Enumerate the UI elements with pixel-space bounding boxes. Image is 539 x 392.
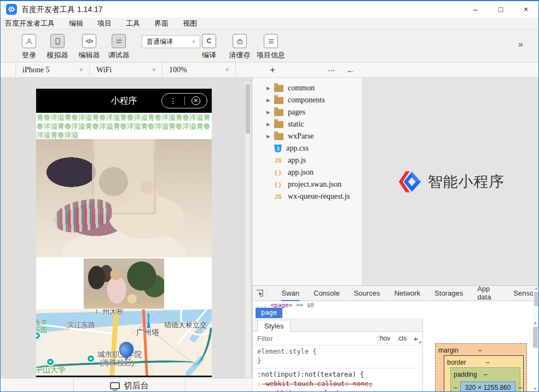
devtools-panel: Swan Console Sources Network Storages Ap…: [252, 285, 539, 392]
menu-dots-icon[interactable]: ⋮: [162, 96, 184, 105]
menu-project[interactable]: 项目: [97, 19, 119, 28]
simulator-button[interactable]: 模拟器: [41, 34, 74, 60]
tree-folder-static[interactable]: ▶ static: [252, 118, 362, 130]
css-rule-element-style[interactable]: element.style {: [257, 347, 412, 356]
add-file-button[interactable]: +: [270, 62, 275, 77]
close-circle-icon: ✕: [192, 96, 200, 105]
map-label-road: 滨江东路: [67, 320, 95, 330]
css-prop-touch-callout[interactable]: ⚠-webkit-touch-callout: none;: [257, 379, 412, 389]
more-options-icon[interactable]: ⋯: [328, 62, 335, 77]
expand-arrow-icon[interactable]: ▶: [266, 134, 274, 139]
tab-swan[interactable]: Swan: [281, 286, 299, 301]
simulator-panel: 小程序 ⋮ ✕ 青春洋溢青春洋溢青春洋溢青春洋溢青春洋溢青春洋溢青春洋溢青春洋溢…: [1, 78, 252, 378]
styles-filter-input[interactable]: [257, 335, 378, 343]
capsule-menu: ⋮ ✕: [161, 93, 207, 108]
inspect-element-button[interactable]: [253, 289, 267, 298]
expand-arrow-icon[interactable]: ▶: [266, 122, 274, 127]
monitor-icon: [110, 382, 120, 389]
tree-folder-components[interactable]: ▶ components: [252, 94, 362, 106]
menu-bar: 百度开发者工具 编辑 项目 工具 界面 视图: [1, 18, 538, 30]
menu-edit[interactable]: 编辑: [69, 19, 90, 28]
login-button[interactable]: 登录: [13, 34, 45, 60]
expand-arrow-icon[interactable]: ▶: [266, 85, 274, 91]
minimize-button[interactable]: –: [463, 1, 488, 18]
tree-file-projectswanjson[interactable]: { } project.swan.json: [252, 178, 362, 191]
zoom-select[interactable]: 100%˅: [163, 62, 236, 77]
inspect-cursor-icon: [256, 289, 264, 297]
styles-tab-bar: Styles: [253, 318, 422, 332]
new-style-rule-button[interactable]: +: [413, 334, 418, 343]
js-file-icon: JS: [273, 193, 283, 200]
tree-file-appjson[interactable]: { } app.json: [252, 166, 362, 178]
clear-cache-button[interactable]: 清缓存: [223, 34, 256, 60]
photo-christmas[interactable]: [84, 258, 164, 309]
tree-file-appcss[interactable]: 3 app.css: [252, 142, 362, 154]
switch-background-button[interactable]: 切后台: [73, 378, 185, 392]
tab-styles[interactable]: Styles: [257, 320, 291, 332]
miniprogram-header: 小程序 ⋮ ✕: [36, 89, 212, 113]
close-miniprogram-button[interactable]: ✕: [185, 96, 207, 105]
toggle-hover-state[interactable]: :hov: [378, 335, 391, 342]
collapse-panel-icon[interactable]: ←: [346, 62, 355, 77]
menu-view[interactable]: 视图: [183, 19, 204, 28]
json-file-icon: { }: [273, 181, 283, 188]
tree-file-appjs[interactable]: JS app.js: [252, 154, 362, 166]
compile-icon: C: [202, 34, 216, 48]
compile-mode-select[interactable]: 普通编译 ˅: [142, 35, 200, 48]
chevron-down-icon: ˅: [79, 67, 83, 73]
box-model-scrollbar[interactable]: ▲ ▼: [532, 320, 538, 391]
expand-arrow-icon[interactable]: ▶: [266, 109, 274, 115]
toggle-class[interactable]: .cls: [397, 335, 407, 342]
app-logo-icon: [6, 4, 17, 15]
map-label-bridge: 广州大桥: [95, 309, 124, 316]
app-window: 百度开发者工具 1.14.17 – □ × 百度开发者工具 编辑 项目 工具 界…: [0, 0, 539, 392]
photo-children[interactable]: [36, 139, 212, 257]
scrollbar-thumb[interactable]: [533, 327, 538, 348]
tree-folder-common[interactable]: ▶ common: [252, 82, 362, 94]
maximize-button[interactable]: □: [488, 1, 513, 18]
chevron-down-icon: ˅: [225, 67, 229, 73]
tree-folder-wxparse[interactable]: ▶ wxParse: [252, 130, 362, 142]
map-view[interactable]: 广州大桥 滨江东路 广州塔 猎德大桥立交 海岸 乐园 城市职业学院 (海珠校区)…: [36, 309, 212, 377]
folder-icon: [274, 121, 283, 128]
close-button[interactable]: ×: [513, 1, 538, 18]
tree-file-wxqueuerequestjs[interactable]: JS wx-queue-request.js: [252, 191, 362, 203]
scroll-up-icon[interactable]: ▲: [534, 286, 538, 291]
scroll-down-icon[interactable]: ▼: [533, 387, 537, 391]
cache-box-icon: [236, 37, 244, 45]
phone-preview: 小程序 ⋮ ✕ 青春洋溢青春洋溢青春洋溢青春洋溢青春洋溢青春洋溢青春洋溢青春洋溢…: [36, 89, 212, 378]
box-model-diagram[interactable]: margin– border– padding– – 320 × 1255.86…: [435, 343, 527, 392]
network-select[interactable]: WiFi˅: [90, 62, 163, 77]
map-label-university: 中山大学: [36, 365, 66, 375]
js-file-icon: JS: [273, 157, 283, 164]
tab-sources[interactable]: Sources: [354, 286, 380, 301]
simulator-scrollbar[interactable]: [245, 82, 251, 378]
debugger-button[interactable]: 调试器: [102, 34, 135, 60]
tree-folder-pages[interactable]: ▶ pages: [252, 106, 362, 118]
project-info-button[interactable]: 项目信息: [254, 34, 287, 60]
menu-interface[interactable]: 界面: [154, 19, 176, 28]
tab-storages[interactable]: Storages: [434, 286, 463, 301]
folder-icon: [274, 133, 283, 140]
tab-console[interactable]: Console: [314, 286, 340, 301]
box-model-pane: margin– border– padding– – 320 × 1255.86…: [423, 318, 539, 392]
editor-button[interactable]: </> 编辑器: [73, 34, 106, 60]
file-tree-panel: ▶ common ▶ components ▶ pages ▶ static ▶…: [252, 78, 362, 285]
element-tag-chip: page: [256, 308, 282, 318]
device-select[interactable]: iPhone 5˅: [16, 62, 90, 77]
toolbar-overflow-button[interactable]: »: [518, 39, 523, 49]
compile-button[interactable]: C 编译: [193, 34, 225, 60]
menu-app[interactable]: 百度开发者工具: [5, 19, 62, 28]
css-rule-selector[interactable]: :not(input):not(textarea) {: [257, 370, 412, 379]
person-icon: [25, 37, 33, 45]
expand-arrow-icon[interactable]: ▶: [266, 97, 274, 103]
selected-element-line[interactable]: ... <page> == $0: [253, 301, 539, 309]
scroll-up-icon[interactable]: ▲: [533, 320, 537, 325]
styles-filter-row: :hov .cls +: [253, 332, 422, 345]
menu-tools[interactable]: 工具: [126, 19, 147, 28]
css-prop-user-select[interactable]: -webkit-user-select: none;: [257, 389, 412, 392]
tab-network[interactable]: Network: [394, 286, 420, 301]
photo-row: [36, 257, 212, 309]
scrollbar-thumb[interactable]: [534, 292, 538, 306]
styles-pane: element.style { } :not(input):not(textar…: [253, 345, 416, 392]
